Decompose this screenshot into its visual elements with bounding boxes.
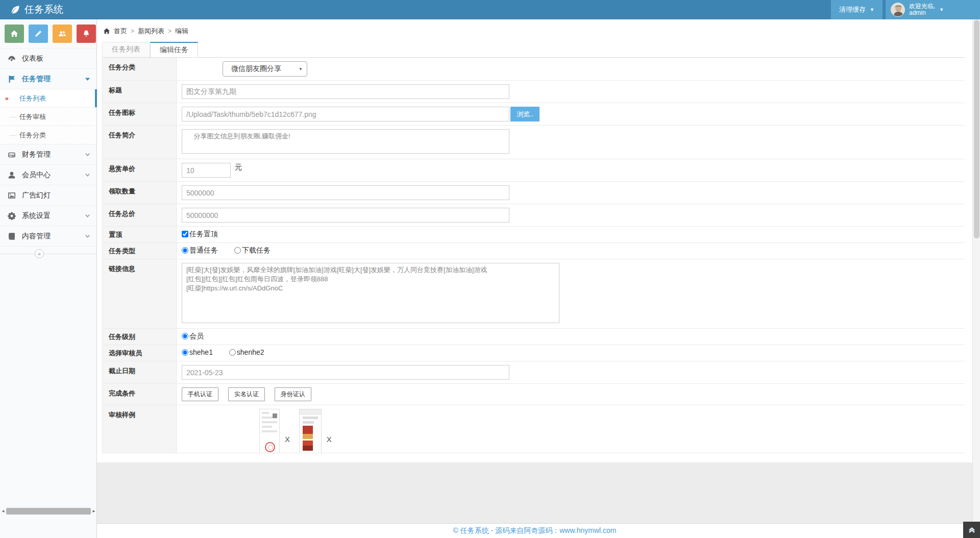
field-label: 任务级别 [103,329,177,345]
remove-sample-link[interactable]: X [285,435,290,444]
caret-down-icon: ▼ [939,7,944,12]
title-input[interactable] [182,84,509,99]
field-label: 完成条件 [103,384,177,405]
type-download-radio[interactable] [234,247,241,254]
breadcrumb-current: 编辑 [175,27,188,36]
sidebar-item-label: 任务列表 [19,94,46,103]
sidebar-item-task-review[interactable]: 任务审核 [0,108,96,126]
breadcrumb-section[interactable]: 新闻列表 [138,27,164,36]
sidebar-item-label: 任务审核 [19,112,46,121]
condition-phone-button[interactable]: 手机认证 [182,387,218,401]
sidebar-menu: 仪表板 任务管理 » 任务列表 任务审核 任务分类 [0,48,96,247]
field-label: 任务简介 [103,126,177,159]
notifications-button[interactable] [77,25,96,43]
image-icon [8,191,16,200]
pencil-icon [34,30,42,38]
total-input[interactable] [182,208,509,223]
link-info-textarea[interactable]: [旺柴]大[發]发娛樂，风靡全球的旗牌[加油加油]游戏[旺柴]大[發]发娛樂，万… [182,263,559,323]
form-row-level: 任务级别 会员 [103,329,965,345]
caret-down-icon: ▼ [299,67,303,71]
form-row-category: 任务分类 微信朋友圈分享 ▼ [103,58,965,81]
app-logo[interactable]: 任务系统 [0,3,63,16]
price-unit-label: 元 [235,163,242,172]
sidebar-collapse-button[interactable]: « [35,249,44,258]
field-label: 截止日期 [103,361,177,383]
form-row-price: 悬赏单价 元 [103,159,965,182]
tab-bar: 任务列表 编辑任务 [102,42,965,58]
dashboard-icon [8,55,16,63]
scroll-left-arrow[interactable]: ◄ [0,509,6,513]
sidebar-item-ad-slides[interactable]: 广告幻灯 [0,185,96,206]
home-button[interactable] [5,25,24,43]
content-panel: 首页 > 新闻列表 > 编辑 任务列表 编辑任务 任务分类 微信朋友圈分享 ▼ [97,19,972,462]
gear-icon [8,212,16,220]
remove-sample-link[interactable]: X [327,435,332,444]
sidebar-item-finance[interactable]: 财务管理 [0,144,96,165]
tab-task-list[interactable]: 任务列表 [102,42,150,57]
sidebar-item-dashboard[interactable]: 仪表板 [0,48,96,69]
sidebar-item-settings[interactable]: 系统设置 [0,206,96,226]
icon-path-input[interactable] [182,107,509,121]
edit-task-form: 任务分类 微信朋友圈分享 ▼ 标题 任务图标 [102,58,965,453]
flag-icon [8,75,16,83]
sidebar-item-content[interactable]: 内容管理 [0,226,96,247]
sidebar-item-label: 会员中心 [22,170,51,180]
form-row-link: 链接信息 [旺柴]大[發]发娛樂，风靡全球的旗牌[加油加油]游戏[旺柴]大[發]… [103,259,965,329]
vertical-scrollbar-thumb[interactable] [974,20,979,238]
sidebar-item-label: 内容管理 [22,232,51,241]
vertical-scrollbar[interactable] [972,19,980,538]
drive-icon [8,151,16,159]
sample-images: X X [177,405,965,453]
deadline-input[interactable] [182,365,509,380]
sidebar-item-task-management[interactable]: 任务管理 [0,69,96,89]
sidebar-item-label: 广告幻灯 [22,191,51,200]
price-input[interactable] [182,163,231,178]
footer-text: © 任务系统 - 源码来自阿奇源码：www.hnymwl.com [453,526,617,535]
edit-button[interactable] [29,25,48,43]
type-normal-radio[interactable] [182,247,188,254]
users-icon [58,30,66,38]
breadcrumb-home[interactable]: 首页 [114,27,127,36]
back-to-top-button[interactable] [963,522,980,538]
welcome-text: 欢迎光临, admin [909,3,935,16]
field-label: 悬赏单价 [103,159,177,181]
form-row-type: 任务类型 普通任务 下载任务 [103,243,965,259]
category-select[interactable]: 微信朋友圈分享 ▼ [223,61,307,77]
sidebar-item-members[interactable]: 会员中心 [0,165,96,185]
condition-idcard-button[interactable]: 身份证认 [275,387,311,401]
sidebar-item-task-category[interactable]: 任务分类 [0,126,96,144]
reviewer-shenhe2-radio[interactable] [229,349,236,356]
chevron-down-icon [85,212,90,220]
form-row-title: 标题 [103,81,965,103]
level-member-radio[interactable] [182,333,188,339]
sidebar-item-task-list[interactable]: » 任务列表 [0,89,96,108]
leaf-icon [10,5,20,15]
home-icon [103,28,110,35]
field-label: 任务图标 [103,103,177,125]
sample-thumbnail[interactable] [299,409,322,453]
clear-cache-button[interactable]: 清理缓存 ▼ [831,0,883,19]
tab-edit-task[interactable]: 编辑任务 [150,42,198,57]
sidebar-item-label: 任务分类 [19,131,46,140]
browse-button[interactable]: 浏览.. [510,107,540,121]
book-icon [8,232,16,240]
horizontal-scrollbar-thumb[interactable] [6,508,91,515]
users-button[interactable] [53,25,72,43]
field-label: 任务类型 [103,243,177,259]
form-row-quantity: 领取数量 [103,182,965,204]
form-row-samples: 审核样例 X [103,405,965,453]
sidebar-item-label: 财务管理 [22,150,51,159]
breadcrumb: 首页 > 新闻列表 > 编辑 [102,25,965,42]
condition-realname-button[interactable]: 实名认证 [228,387,265,401]
quantity-input[interactable] [182,185,509,200]
user-menu[interactable]: 欢迎光临, admin ▼ [886,0,980,19]
scroll-right-arrow[interactable]: ► [91,509,97,513]
chevron-down-icon [85,171,90,179]
intro-textarea[interactable]: 分享图文信息到朋友圈,赚取佣金! [182,129,509,154]
sidebar: 仪表板 任务管理 » 任务列表 任务审核 任务分类 [0,19,97,538]
chevron-down-icon [85,151,90,159]
main-content: 首页 > 新闻列表 > 编辑 任务列表 编辑任务 任务分类 微信朋友圈分享 ▼ [97,19,972,538]
pin-checkbox[interactable] [182,231,188,237]
reviewer-shehe1-radio[interactable] [182,349,188,356]
sample-thumbnail[interactable] [259,409,280,453]
